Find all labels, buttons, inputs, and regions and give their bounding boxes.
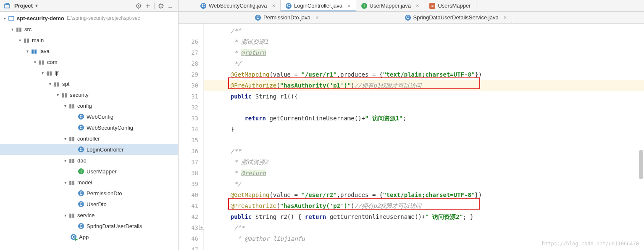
tree-package-controller[interactable]: ▾ ▮▮ controller — [0, 133, 178, 144]
interface-icon: I — [77, 168, 85, 175]
tree-package-model[interactable]: ▾ ▮▮ model — [0, 177, 178, 188]
tree-file-logincontroller[interactable]: C LoginController — [0, 144, 178, 155]
xml-icon: ≡ — [429, 3, 435, 9]
project-panel-header: Project ▼ — [0, 0, 178, 12]
tab-permissiondto[interactable]: C PermissionDto.java × — [250, 12, 324, 23]
tree-label: spt-security-demo — [17, 15, 64, 21]
chevron-down-icon[interactable]: ▾ — [32, 60, 38, 64]
tree-file-webconfig[interactable]: C WebConfig — [0, 111, 178, 122]
tree-label: spt — [62, 81, 69, 87]
tree-package-ljf[interactable]: ▾ ▮▮ ljf — [0, 67, 178, 78]
tree-file-springdatauserdetails[interactable]: C SpringDataUserDetails — [0, 221, 178, 231]
tree-label: controller — [77, 136, 100, 142]
gear-icon[interactable] — [156, 1, 166, 11]
tab-label: PermissionDto.java — [263, 14, 310, 21]
package-icon: ▮▮ — [68, 211, 76, 219]
minimize-icon[interactable] — [166, 1, 175, 11]
tree-label: WebSecurityConfig — [87, 125, 133, 131]
chevron-down-icon[interactable]: ▾ — [39, 71, 45, 75]
close-icon[interactable]: × — [416, 3, 419, 9]
chevron-down-icon[interactable]: ▾ — [2, 16, 8, 21]
code-content[interactable]: /** * 测试资源1 * @return */ @GetMapping(val… — [204, 24, 644, 250]
close-icon[interactable]: × — [347, 3, 351, 9]
chevron-down-icon[interactable]: ▾ — [62, 158, 68, 163]
tree-label: App — [79, 234, 89, 240]
chevron-down-icon[interactable]: ▾ — [62, 136, 68, 141]
package-icon: ▮▮ — [68, 178, 76, 186]
chevron-down-icon[interactable]: ▾ — [62, 213, 68, 218]
folder-icon: ▮▮ — [15, 25, 23, 33]
project-panel: Project ▼ ▾ spt-security-demo — [0, 0, 179, 250]
tab-usersmapper[interactable]: ≡ UsersMapper — [424, 0, 476, 11]
tree-package-dao[interactable]: ▾ ▮▮ dao — [0, 155, 178, 166]
svg-rect-0 — [5, 4, 10, 8]
chevron-down-icon[interactable]: ▾ — [47, 82, 53, 86]
tree-file-permissiondto[interactable]: C PermissionDto — [0, 188, 178, 199]
svg-line-17 — [162, 4, 163, 5]
tree-package-service[interactable]: ▾ ▮▮ service — [0, 210, 178, 221]
class-icon: C — [405, 15, 411, 21]
tree-label: WebConfig — [87, 114, 113, 120]
tree-package-security[interactable]: ▾ ▮▮ security — [0, 89, 178, 100]
chevron-down-icon[interactable]: ▾ — [17, 38, 23, 43]
class-icon: C — [77, 113, 85, 120]
tree-label: UserMapper — [87, 168, 117, 175]
tree-package-spt[interactable]: ▾ ▮▮ spt — [0, 78, 178, 89]
class-icon: C — [286, 3, 292, 9]
chevron-down-icon: ▼ — [34, 3, 39, 8]
tree-label: service — [77, 212, 95, 218]
tab-logincontroller[interactable]: C LoginController.java × — [281, 0, 356, 11]
chevron-down-icon[interactable]: ▾ — [9, 27, 15, 32]
class-icon: C — [255, 15, 261, 21]
tree-file-app[interactable]: C▶ App — [0, 231, 178, 242]
tab-springdatauserdetailsservice[interactable]: C SpringDataUserDetailsService.java × — [400, 12, 513, 23]
locate-icon[interactable] — [134, 1, 143, 11]
package-icon: ▮▮ — [53, 80, 60, 88]
close-icon[interactable]: × — [315, 14, 319, 21]
tree-folder-main[interactable]: ▾ ▮▮ main — [0, 35, 178, 45]
project-title[interactable]: Project ▼ — [3, 2, 39, 10]
tree-file-websecurityconfig[interactable]: C WebSecurityConfig — [0, 122, 178, 133]
code-editor[interactable]: 26 27 28 29 30 31 32 33 34 35 36 37 38 3… — [179, 24, 644, 250]
folder-icon: ▮▮ — [23, 36, 30, 44]
chevron-down-icon[interactable]: ▾ — [24, 49, 30, 53]
tree-path: E:\spring-security-project\spt-sec — [67, 15, 140, 21]
project-tree[interactable]: ▾ spt-security-demo E:\spring-security-p… — [0, 12, 178, 250]
collapse-icon[interactable] — [143, 1, 152, 11]
tree-folder-src[interactable]: ▾ ▮▮ src — [0, 24, 178, 35]
scrollbar-thumb[interactable] — [639, 150, 643, 179]
tab-label: WebSecurityConfig.java — [209, 3, 267, 9]
chevron-down-icon[interactable]: ▾ — [62, 180, 68, 185]
tree-label: LoginController — [87, 146, 124, 153]
tree-label: ljf — [55, 70, 58, 76]
tree-folder-java[interactable]: ▾ ▮▮ java — [0, 45, 178, 56]
tree-label: config — [77, 103, 92, 109]
source-folder-icon: ▮▮ — [30, 47, 38, 55]
svg-line-16 — [162, 7, 163, 8]
class-icon: C — [77, 124, 85, 131]
close-icon[interactable]: × — [272, 3, 276, 9]
tree-package-config[interactable]: ▾ ▮▮ config — [0, 100, 178, 111]
package-icon: ▮▮ — [68, 135, 76, 142]
tab-usermapper[interactable]: I UserMapper.java × — [356, 0, 425, 11]
watermark: https://blog.csdn.net/u011066470 — [542, 241, 639, 247]
tab-websecurityconfig[interactable]: C WebSecurityConfig.java × — [195, 0, 281, 11]
class-icon: C — [77, 222, 85, 230]
tree-file-usermapper[interactable]: I UserMapper — [0, 166, 178, 177]
svg-rect-20 — [9, 16, 14, 20]
tree-root[interactable]: ▾ spt-security-demo E:\spring-security-p… — [0, 13, 178, 24]
tab-label: SpringDataUserDetailsService.java — [413, 14, 499, 21]
chevron-down-icon[interactable]: ▾ — [62, 104, 68, 108]
class-icon: C — [77, 189, 85, 197]
module-icon — [8, 14, 15, 22]
svg-rect-1 — [5, 3, 9, 5]
tree-label: main — [32, 37, 44, 43]
chevron-down-icon[interactable]: ▾ — [55, 93, 60, 97]
class-icon: C — [77, 146, 85, 153]
close-icon[interactable]: × — [504, 14, 507, 21]
tree-file-userdto[interactable]: C UserDto — [0, 199, 178, 210]
package-icon: ▮▮ — [45, 69, 53, 77]
tree-package-com[interactable]: ▾ ▮▮ com — [0, 56, 178, 67]
project-icon — [3, 2, 11, 10]
tree-label: PermissionDto — [87, 190, 122, 197]
